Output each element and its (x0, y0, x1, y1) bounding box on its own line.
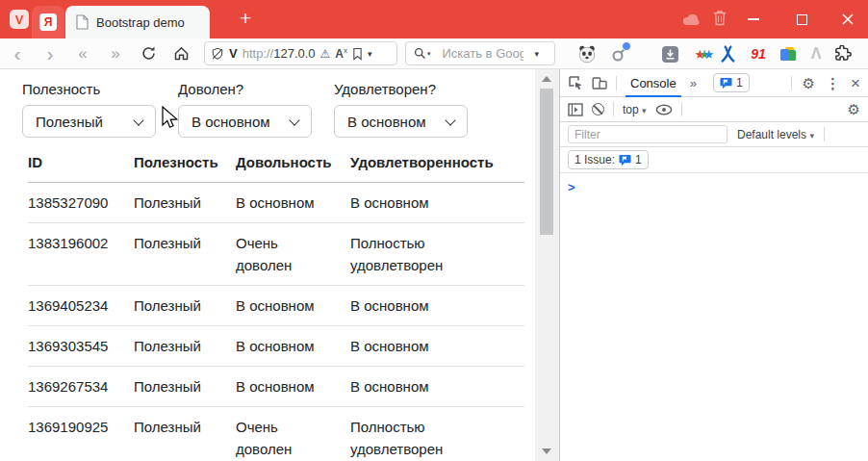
close-button[interactable] (826, 0, 868, 38)
bookmark-icon[interactable] (352, 47, 363, 61)
cell: 1369405234 (28, 286, 134, 326)
search-field[interactable]: ▾ ▾ (405, 41, 555, 65)
select-usefulness[interactable]: Полезный (22, 105, 156, 138)
extension-ribbon-icon[interactable] (716, 42, 739, 65)
browser-tab-active[interactable]: Bootstrap demo (65, 6, 210, 38)
scroll-down-icon[interactable] (542, 448, 551, 454)
search-input[interactable] (437, 44, 529, 63)
browser-toolbar: ‹ › « » V http://127.0.0 ⚠ Aх ▾ (0, 38, 868, 69)
warning-icon[interactable]: ⚠ (320, 47, 331, 61)
back-button[interactable]: ‹ (6, 38, 29, 68)
sync-cloud-icon[interactable] (681, 12, 702, 27)
reload-button[interactable] (137, 38, 160, 68)
search-dropdown-icon[interactable]: ▾ (535, 49, 540, 59)
issue-bubble-icon (720, 77, 732, 90)
extension-panda-icon[interactable] (575, 42, 599, 65)
cell: 1369303545 (28, 326, 134, 367)
chevron-down-icon: ▾ (809, 131, 814, 141)
devtools-close-icon[interactable]: × (851, 76, 860, 90)
select-content[interactable]: В основном (178, 105, 312, 138)
cell: В основном (236, 367, 350, 407)
url-scheme: http:// (243, 46, 274, 61)
cell: В основном (350, 367, 524, 407)
cell: В основном (236, 183, 350, 223)
extension-docs-icon[interactable] (776, 42, 799, 65)
table-row: 1385327090 Полезный В основном В основно… (28, 183, 524, 223)
cell: Полностью удовлетворен (350, 223, 524, 286)
extension-magnifier-icon[interactable] (608, 42, 631, 65)
cell: 1369190925 (28, 407, 134, 461)
live-expression-eye-icon[interactable] (655, 104, 673, 115)
issue-bubble-icon (619, 154, 631, 166)
page-scrollbar[interactable] (535, 69, 559, 461)
home-icon (173, 45, 190, 62)
filter-label-usefulness: Полезность (22, 81, 156, 97)
forward-button[interactable]: › (38, 38, 62, 68)
cell: Полезный (134, 367, 236, 407)
extension-download-icon[interactable] (658, 42, 681, 65)
more-tabs-icon[interactable]: » (690, 76, 697, 90)
cell: В основном (236, 326, 350, 367)
yandex-icon: Я (39, 13, 57, 31)
trash-closed-tabs-icon[interactable] (712, 9, 728, 27)
log-levels-dropdown[interactable]: Default levels ▾ (737, 128, 814, 141)
device-toolbar-icon[interactable] (592, 76, 607, 90)
cell: Полезный (134, 286, 236, 326)
devtools-settings-icon[interactable]: ⚙ (803, 76, 815, 90)
table-header-row: ID Полезность Довольность Удовлетворенно… (28, 141, 524, 183)
console-sidebar-icon[interactable] (568, 103, 583, 116)
table-row: 1369405234 Полезный В основном В основно… (28, 286, 524, 326)
console-settings-icon[interactable]: ⚙ (848, 102, 860, 116)
context-selector[interactable]: top ▾ (623, 103, 647, 116)
chevron-down-icon: ▾ (642, 106, 647, 115)
scroll-up-icon[interactable] (542, 76, 551, 82)
rewind-button[interactable]: « (71, 38, 94, 68)
v-site-badge-icon[interactable]: V (229, 46, 238, 61)
home-button[interactable] (169, 38, 192, 68)
inspect-element-icon[interactable] (568, 75, 583, 90)
minimize-button[interactable] (731, 0, 776, 38)
issues-counter-button[interactable]: 1 (713, 73, 750, 92)
address-dropdown-icon[interactable]: ▾ (368, 49, 372, 59)
col-header-content: Довольность (236, 141, 350, 183)
filter-label-satisfied: Удовлетворен? (334, 81, 468, 97)
fast-forward-button[interactable]: » (104, 38, 127, 68)
devtools-panel: Console » 1 ⚙ ⋮ × top ▾ (559, 69, 868, 461)
title-bar: V Я Bootstrap demo + (0, 0, 868, 38)
cell: Полезный (134, 183, 236, 223)
reload-icon (140, 45, 157, 62)
devtools-menu-icon[interactable]: ⋮ (826, 76, 840, 90)
new-tab-button[interactable]: + (240, 6, 251, 31)
issues-bar: 1 Issue: 1 (560, 147, 868, 173)
vivaldi-menu-icon[interactable]: V (10, 10, 29, 29)
cell: В основном (236, 286, 350, 326)
active-tab-underline (625, 95, 681, 97)
cell: Полезный (134, 407, 236, 461)
issue-chip[interactable]: 1 Issue: 1 (568, 150, 649, 169)
console-prompt[interactable]: > (560, 173, 868, 201)
extension-mountain-icon[interactable]: Λ (804, 42, 828, 65)
select-satisfied[interactable]: В основном (334, 105, 468, 138)
pinned-tab-yandex[interactable]: Я (32, 6, 64, 38)
url-host: 127.0.0 (273, 46, 315, 61)
shield-blocker-icon[interactable] (211, 47, 224, 61)
table-row: 1369303545 Полезный В основном В основно… (28, 326, 524, 367)
translate-icon[interactable]: Aх (335, 46, 347, 61)
clear-console-icon[interactable] (592, 103, 604, 115)
tab-console[interactable]: Console (625, 69, 681, 97)
col-header-satisfaction: Удовлетворенность (350, 141, 524, 183)
search-engine-icon[interactable]: ▾ (414, 47, 431, 60)
cell: Очень доволен (236, 407, 350, 461)
close-icon (842, 13, 854, 25)
scrollbar-thumb[interactable] (540, 89, 553, 235)
maximize-button[interactable] (779, 0, 824, 38)
extension-stars-icon[interactable]: ★★★ (693, 42, 716, 65)
cell: 1369267534 (28, 367, 134, 407)
page-icon (75, 14, 89, 30)
extensions-puzzle-icon[interactable] (831, 42, 855, 65)
address-bar[interactable]: V http://127.0.0 ⚠ Aх ▾ (204, 41, 397, 65)
filter-label-content: Доволен? (178, 81, 312, 97)
cell: 1385327090 (28, 183, 134, 223)
extension-red-icon[interactable]: 91 (747, 42, 770, 65)
console-filter-input[interactable] (568, 125, 728, 143)
